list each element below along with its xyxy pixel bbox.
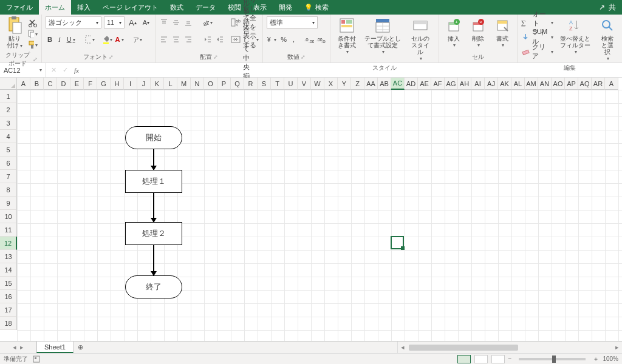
- search-tab[interactable]: 💡 検索: [298, 0, 335, 15]
- cell-styles-button[interactable]: セルのスタイル: [406, 16, 435, 63]
- row-header[interactable]: 8: [0, 183, 17, 197]
- column-header[interactable]: B: [30, 78, 44, 90]
- row-header[interactable]: 3: [0, 116, 17, 130]
- decrease-decimal-icon[interactable]: .00.0: [316, 35, 326, 44]
- column-header[interactable]: A: [17, 78, 30, 90]
- format-cells-button[interactable]: 書式: [491, 16, 513, 50]
- tab-data[interactable]: データ: [190, 0, 222, 15]
- row-header[interactable]: 2: [0, 103, 17, 116]
- paste-button[interactable]: 貼り付け: [4, 16, 26, 50]
- selected-cell[interactable]: [391, 236, 404, 249]
- tab-developer[interactable]: 開発: [273, 0, 298, 15]
- flowchart-terminator-end[interactable]: 終了: [125, 275, 182, 298]
- column-header[interactable]: L: [164, 78, 177, 90]
- column-header[interactable]: N: [191, 78, 204, 90]
- font-color-icon[interactable]: A: [115, 35, 125, 44]
- row-header[interactable]: 12: [0, 237, 17, 250]
- sheet-tab-1[interactable]: Sheet1: [36, 342, 73, 353]
- merge-center-button[interactable]: セルを結合して中央揃え: [231, 33, 259, 46]
- delete-cells-button[interactable]: × 削除: [467, 16, 489, 50]
- column-header[interactable]: E: [70, 78, 84, 90]
- italic-button[interactable]: I: [56, 33, 63, 46]
- share-icon[interactable]: ↗: [599, 3, 605, 12]
- clear-button[interactable]: クリア: [521, 45, 553, 58]
- zoom-slider[interactable]: [519, 358, 586, 360]
- align-bottom-icon[interactable]: [183, 18, 193, 27]
- flowchart-arrow-2[interactable]: [153, 193, 154, 222]
- column-header[interactable]: AL: [511, 78, 525, 90]
- tab-insert[interactable]: 挿入: [71, 0, 97, 15]
- column-header[interactable]: S: [258, 78, 271, 90]
- column-header[interactable]: Q: [231, 78, 244, 90]
- align-top-icon[interactable]: [159, 18, 169, 27]
- tab-home[interactable]: ホーム: [39, 0, 71, 15]
- column-header[interactable]: A: [605, 78, 618, 90]
- horizontal-scrollbar[interactable]: ◂ ▸: [397, 342, 622, 353]
- column-header[interactable]: AC: [391, 78, 405, 90]
- increase-font-icon[interactable]: A▴: [127, 16, 138, 29]
- align-left-icon[interactable]: [159, 35, 169, 44]
- copy-icon[interactable]: [28, 29, 38, 39]
- column-header[interactable]: AF: [431, 78, 445, 90]
- column-header[interactable]: Y: [338, 78, 351, 90]
- increase-decimal-icon[interactable]: .0.00: [304, 35, 314, 44]
- view-page-break-icon[interactable]: [491, 355, 505, 363]
- cancel-icon[interactable]: ✕: [51, 66, 56, 74]
- column-header[interactable]: AQ: [578, 78, 592, 90]
- row-header[interactable]: 10: [0, 210, 17, 223]
- percent-icon[interactable]: %: [279, 33, 289, 46]
- format-as-table-button[interactable]: テーブルとして書式設定: [362, 16, 404, 56]
- column-header[interactable]: AO: [552, 78, 565, 90]
- sheet-prev-icon[interactable]: ◂: [13, 343, 16, 351]
- column-header[interactable]: X: [324, 78, 338, 90]
- worksheet-grid[interactable]: ABCDEFGHIJKLMNOPQRSTUVWXYZAAABACADAEAFAG…: [0, 78, 622, 341]
- row-header[interactable]: 14: [0, 263, 17, 277]
- column-header[interactable]: AH: [458, 78, 471, 90]
- column-header[interactable]: I: [124, 78, 137, 90]
- align-middle-icon[interactable]: [171, 18, 181, 27]
- tab-file[interactable]: ファイル: [0, 0, 39, 15]
- autosum-button[interactable]: ∑ オート SUM: [521, 16, 553, 29]
- font-size-select[interactable]: 11▾: [104, 16, 125, 29]
- tab-formulas[interactable]: 数式: [164, 0, 190, 15]
- align-right-icon[interactable]: [183, 35, 193, 44]
- format-painter-icon[interactable]: [28, 40, 38, 50]
- column-header[interactable]: AG: [445, 78, 458, 90]
- cut-icon[interactable]: [28, 18, 38, 28]
- flowchart-arrow-3[interactable]: [153, 245, 154, 275]
- conditional-formatting-button[interactable]: 条件付き書式: [334, 16, 359, 56]
- font-dialog-icon[interactable]: ⤢: [109, 54, 114, 60]
- row-header[interactable]: 13: [0, 250, 17, 263]
- row-header[interactable]: 5: [0, 143, 17, 157]
- column-header[interactable]: Z: [351, 78, 364, 90]
- scroll-thumb[interactable]: [409, 345, 518, 351]
- fx-icon[interactable]: fx: [74, 67, 79, 74]
- column-header[interactable]: V: [298, 78, 311, 90]
- column-header[interactable]: AE: [418, 78, 431, 90]
- insert-cells-button[interactable]: + 挿入: [443, 16, 465, 50]
- column-header[interactable]: W: [311, 78, 324, 90]
- add-sheet-button[interactable]: ⊕: [73, 342, 88, 353]
- align-dialog-icon[interactable]: ⤢: [213, 54, 218, 60]
- flowchart-terminator-start[interactable]: 開始: [125, 126, 182, 149]
- increase-indent-icon[interactable]: [215, 35, 225, 44]
- column-header[interactable]: H: [111, 78, 124, 90]
- scroll-left-icon[interactable]: ◂: [398, 343, 408, 351]
- flowchart-process-2[interactable]: 処理２: [125, 222, 182, 245]
- decrease-indent-icon[interactable]: [203, 35, 213, 44]
- row-header[interactable]: 15: [0, 277, 17, 290]
- number-dialog-icon[interactable]: ⤢: [301, 54, 306, 60]
- column-header[interactable]: M: [177, 78, 191, 90]
- macro-record-icon[interactable]: [33, 356, 40, 363]
- border-icon[interactable]: [85, 35, 95, 44]
- fill-color-icon[interactable]: [103, 35, 112, 44]
- column-header[interactable]: AA: [364, 78, 378, 90]
- column-header[interactable]: AI: [471, 78, 485, 90]
- tab-page-layout[interactable]: ページ レイアウト: [97, 0, 164, 15]
- underline-button[interactable]: U: [65, 33, 77, 46]
- decrease-font-icon[interactable]: A▾: [141, 16, 151, 29]
- find-select-button[interactable]: 検索と選択: [596, 16, 618, 63]
- view-page-layout-icon[interactable]: [474, 355, 488, 363]
- enter-icon[interactable]: ✓: [63, 66, 68, 74]
- column-header[interactable]: T: [271, 78, 284, 90]
